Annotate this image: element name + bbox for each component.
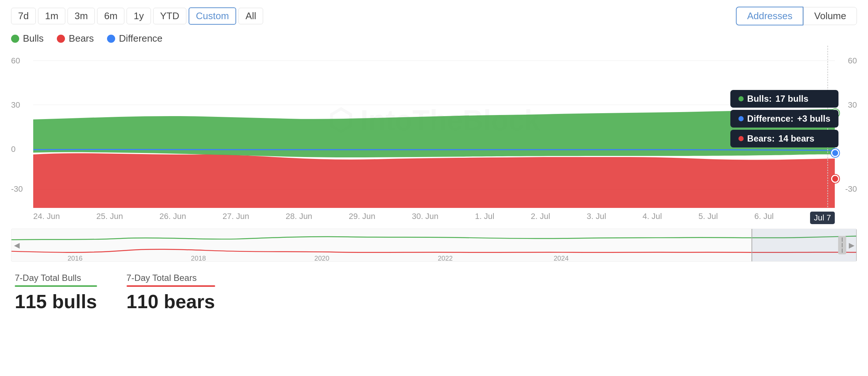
tooltip-diff-dot: [738, 116, 744, 121]
x-axis: 24. Jun 25. Jun 26. Jun 27. Jun 28. Jun …: [11, 209, 857, 226]
time-btn-6m[interactable]: 6m: [97, 8, 124, 24]
diff-end-dot: [831, 149, 839, 157]
time-btn-ytd[interactable]: YTD: [153, 8, 186, 24]
x-label-4jul: 4. Jul: [643, 212, 662, 224]
y-label-30-right: 30: [848, 100, 857, 110]
time-btn-3m[interactable]: 3m: [68, 8, 95, 24]
bears-area: [33, 153, 835, 208]
bears-end-dot: [831, 175, 839, 183]
legend-bears[interactable]: Bears: [57, 33, 94, 44]
time-btn-7d[interactable]: 7d: [11, 8, 36, 24]
tooltip-bears-value: 14 bears: [778, 133, 814, 144]
x-label-7jul: Jul 7: [810, 212, 834, 224]
bears-dot: [57, 35, 65, 43]
legend-difference[interactable]: Difference: [107, 33, 162, 44]
tooltip-bulls-label: Bulls:: [747, 94, 772, 104]
mini-year-2020: 2020: [314, 255, 330, 261]
stat-bears-value: 110 bears: [127, 290, 215, 313]
y-label-neg30-right: -30: [845, 184, 857, 194]
mini-chart-svg: 2016 2018 2020 2022 2024: [11, 229, 857, 261]
x-label-1jul: 1. Jul: [475, 212, 495, 224]
x-label-5jul: 5. Jul: [699, 212, 718, 224]
tooltip-bulls: Bulls: 17 bulls: [730, 90, 838, 108]
stat-bears: 7-Day Total Bears 110 bears: [127, 273, 215, 313]
y-label-0-left: 0: [11, 145, 16, 154]
tooltip-diff-value: +3 bulls: [797, 114, 830, 124]
tooltip-bears-label: Bears:: [747, 133, 775, 144]
bulls-dot: [11, 35, 19, 43]
mini-year-2016: 2016: [68, 255, 83, 261]
x-label-26jun: 26. Jun: [159, 212, 186, 224]
stat-bulls: 7-Day Total Bulls 115 bulls: [15, 273, 97, 313]
main-chart-svg: ⬡ IntoTheBlock: [33, 46, 835, 208]
mini-resize-handle[interactable]: [838, 236, 846, 254]
top-controls: 7d 1m 3m 6m 1y YTD Custom All Addresses …: [0, 0, 868, 29]
stat-bulls-underline: [15, 285, 97, 287]
mini-year-2018: 2018: [191, 255, 206, 261]
mini-scroll-right[interactable]: ▶: [846, 240, 857, 250]
legend-bulls[interactable]: Bulls: [11, 33, 44, 44]
time-btn-1y[interactable]: 1y: [127, 8, 151, 24]
metric-btn-volume[interactable]: Volume: [803, 7, 857, 25]
x-label-3jul: 3. Jul: [587, 212, 606, 224]
stats-section: 7-Day Total Bulls 115 bulls 7-Day Total …: [0, 262, 868, 320]
time-btn-custom[interactable]: Custom: [189, 7, 237, 25]
x-label-30jun: 30. Jun: [412, 212, 438, 224]
chart-legend: Bulls Bears Difference: [0, 29, 868, 46]
y-label-60-right: 60: [848, 56, 857, 66]
time-buttons: 7d 1m 3m 6m 1y YTD Custom All: [11, 7, 263, 25]
stat-bulls-value: 115 bulls: [15, 290, 97, 313]
mini-chart[interactable]: 2016 2018 2020 2022 2024 ◀ ▶: [11, 229, 857, 262]
tooltip-difference: Difference: +3 bulls: [730, 110, 838, 128]
tooltip-bears-dot: [738, 136, 744, 141]
x-label-27jun: 27. Jun: [223, 212, 249, 224]
x-label-6jul: 6. Jul: [754, 212, 774, 224]
time-btn-1m[interactable]: 1m: [38, 8, 65, 24]
mini-bulls-line: [11, 236, 857, 240]
stat-bears-underline: [127, 285, 215, 287]
y-label-60-left: 60: [11, 56, 20, 66]
mini-year-2024: 2024: [554, 255, 569, 261]
stat-bears-label: 7-Day Total Bears: [127, 273, 215, 283]
x-label-29jun: 29. Jun: [349, 212, 375, 224]
main-chart[interactable]: 60 30 0 -30 60 30 -30 ⬡ IntoTheBlock: [11, 46, 857, 208]
x-label-25jun: 25. Jun: [96, 212, 123, 224]
x-label-2jul: 2. Jul: [531, 212, 550, 224]
tooltip-diff-label: Difference:: [747, 114, 793, 124]
mini-bears-line: [11, 249, 857, 253]
metric-btn-addresses[interactable]: Addresses: [736, 7, 803, 25]
mini-year-2022: 2022: [438, 255, 453, 261]
bulls-label: Bulls: [23, 33, 44, 44]
x-label-28jun: 28. Jun: [286, 212, 312, 224]
stat-bulls-label: 7-Day Total Bulls: [15, 273, 97, 283]
chart-area: 60 30 0 -30 60 30 -30 ⬡ IntoTheBlock: [0, 46, 868, 262]
right-controls: Addresses Volume: [736, 7, 857, 25]
y-label-30-left: 30: [11, 100, 20, 110]
tooltip-bulls-dot: [738, 96, 744, 101]
time-btn-all[interactable]: All: [238, 8, 263, 24]
bears-label: Bears: [69, 33, 94, 44]
y-label-neg30-left: -30: [11, 184, 23, 194]
difference-label: Difference: [119, 33, 162, 44]
difference-dot: [107, 35, 115, 43]
tooltip-bears: Bears: 14 bears: [730, 130, 838, 147]
tooltip-container: Bulls: 17 bulls Difference: +3 bulls Bea…: [730, 90, 838, 147]
x-label-24jun: 24. Jun: [33, 212, 60, 224]
mini-scroll-left[interactable]: ◀: [11, 240, 22, 250]
tooltip-bulls-value: 17 bulls: [775, 94, 808, 104]
